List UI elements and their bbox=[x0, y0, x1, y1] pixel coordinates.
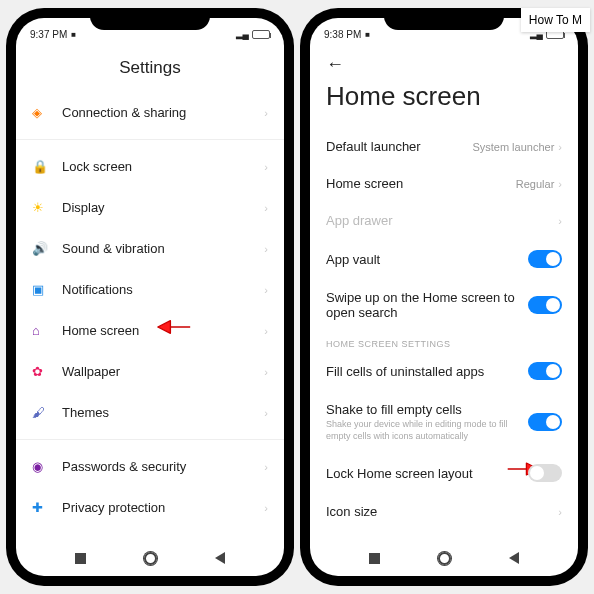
item-label: Lock screen bbox=[62, 159, 264, 174]
chevron-right-icon: › bbox=[264, 284, 268, 296]
item-label: Swipe up on the Home screen to open sear… bbox=[326, 290, 528, 320]
back-button[interactable]: ← bbox=[326, 54, 344, 74]
chevron-right-icon: › bbox=[264, 407, 268, 419]
item-value: System launcher bbox=[472, 141, 554, 153]
nav-back-button[interactable] bbox=[509, 552, 519, 564]
phone-right: 9:38 PM ■ ▂▄ ← Home screen Default launc… bbox=[300, 8, 588, 586]
item-value: Regular bbox=[516, 178, 555, 190]
item-label: Home screen bbox=[326, 176, 516, 191]
nav-recent-button[interactable] bbox=[369, 553, 380, 564]
screen-settings: 9:37 PM ■ ▂▄ Settings ◈Connection & shar… bbox=[16, 18, 284, 576]
settings-item[interactable]: Swipe up on the Home screen to open sear… bbox=[310, 279, 578, 331]
toggle-switch[interactable] bbox=[528, 362, 562, 380]
item-icon: 🔒 bbox=[32, 159, 62, 174]
item-icon: ⌂ bbox=[32, 323, 62, 338]
screen-home: 9:38 PM ■ ▂▄ ← Home screen Default launc… bbox=[310, 18, 578, 576]
settings-list: ◈Connection & sharing›🔒Lock screen›☀Disp… bbox=[16, 92, 284, 540]
navbar bbox=[16, 540, 284, 576]
settings-item[interactable]: App vault bbox=[310, 239, 578, 279]
item-label: App vault bbox=[326, 252, 528, 267]
item-label: Display bbox=[62, 200, 264, 215]
item-icon: ✿ bbox=[32, 364, 62, 379]
item-icon: ✚ bbox=[32, 500, 62, 515]
chevron-right-icon: › bbox=[558, 506, 562, 518]
nav-back-button[interactable] bbox=[215, 552, 225, 564]
item-label: Lock Home screen layout bbox=[326, 466, 528, 481]
item-label: Notifications bbox=[62, 282, 264, 297]
notch bbox=[90, 8, 210, 30]
item-icon: ☀ bbox=[32, 200, 62, 215]
settings-item[interactable]: Default launcherSystem launcher› bbox=[310, 128, 578, 165]
chevron-right-icon: › bbox=[558, 178, 562, 190]
settings-item[interactable]: ✚Privacy protection› bbox=[16, 487, 284, 528]
settings-item[interactable]: Lock Home screen layout bbox=[310, 453, 578, 493]
settings-item[interactable]: 🔒Lock screen› bbox=[16, 146, 284, 187]
divider bbox=[16, 139, 284, 140]
navbar bbox=[310, 540, 578, 576]
section-header: HOME SCREEN SETTINGS bbox=[310, 331, 578, 351]
settings-item[interactable]: ✿Wallpaper› bbox=[16, 351, 284, 392]
chevron-right-icon: › bbox=[264, 161, 268, 173]
toggle-switch[interactable] bbox=[528, 250, 562, 268]
settings-item[interactable]: Home screenRegular› bbox=[310, 165, 578, 202]
signal-icon: ▂▄ bbox=[236, 29, 249, 39]
header: ← bbox=[310, 50, 578, 75]
item-label: Default launcher bbox=[326, 139, 472, 154]
settings-item[interactable]: Shake to fill empty cellsShake your devi… bbox=[310, 391, 578, 453]
settings-item[interactable]: 🖌Themes› bbox=[16, 392, 284, 433]
item-label: Passwords & security bbox=[62, 459, 264, 474]
chevron-right-icon: › bbox=[264, 502, 268, 514]
settings-item[interactable]: Fill cells of uninstalled apps bbox=[310, 351, 578, 391]
settings-item[interactable]: ▣Notifications› bbox=[16, 269, 284, 310]
item-label: Fill cells of uninstalled apps bbox=[326, 364, 528, 379]
item-label: Sound & vibration bbox=[62, 241, 264, 256]
page-title: Home screen bbox=[310, 75, 578, 128]
chevron-right-icon: › bbox=[264, 107, 268, 119]
nav-home-button[interactable] bbox=[144, 552, 157, 565]
chevron-right-icon: › bbox=[264, 202, 268, 214]
chevron-right-icon: › bbox=[558, 141, 562, 153]
chevron-right-icon: › bbox=[264, 461, 268, 473]
settings-item[interactable]: ⌂Home screen› bbox=[16, 310, 284, 351]
settings-item[interactable]: 🔊Sound & vibration› bbox=[16, 228, 284, 269]
chevron-right-icon: › bbox=[264, 366, 268, 378]
item-subtext: Shake your device while in editing mode … bbox=[326, 419, 528, 442]
notch bbox=[384, 8, 504, 30]
battery-icon bbox=[252, 30, 270, 39]
toggle-switch[interactable] bbox=[528, 464, 562, 482]
status-time: 9:37 PM bbox=[30, 29, 67, 40]
item-label: Themes bbox=[62, 405, 264, 420]
divider bbox=[16, 439, 284, 440]
item-icon: 🖌 bbox=[32, 405, 62, 420]
settings-item[interactable]: ☀Display› bbox=[16, 187, 284, 228]
item-label: Icon size bbox=[326, 504, 558, 519]
settings-item[interactable]: ◈Connection & sharing› bbox=[16, 92, 284, 133]
camera-icon: ■ bbox=[71, 30, 76, 39]
item-icon: ◉ bbox=[32, 459, 62, 474]
page-title: Settings bbox=[16, 50, 284, 92]
chevron-right-icon: › bbox=[264, 325, 268, 337]
chevron-right-icon: › bbox=[264, 243, 268, 255]
item-label: Connection & sharing bbox=[62, 105, 264, 120]
status-time: 9:38 PM bbox=[324, 29, 361, 40]
toggle-switch[interactable] bbox=[528, 296, 562, 314]
item-icon: ◈ bbox=[32, 105, 62, 120]
home-screen-list: Default launcherSystem launcher›Home scr… bbox=[310, 128, 578, 540]
toggle-switch[interactable] bbox=[528, 413, 562, 431]
item-label: Wallpaper bbox=[62, 364, 264, 379]
settings-item[interactable]: Icon size› bbox=[310, 493, 578, 530]
nav-recent-button[interactable] bbox=[75, 553, 86, 564]
settings-item[interactable]: ◉Passwords & security› bbox=[16, 446, 284, 487]
phone-left: 9:37 PM ■ ▂▄ Settings ◈Connection & shar… bbox=[6, 8, 294, 586]
item-icon: ▣ bbox=[32, 282, 62, 297]
item-label: Home screen bbox=[62, 323, 264, 338]
settings-item: App drawer› bbox=[310, 202, 578, 239]
item-label: Shake to fill empty cells bbox=[326, 402, 528, 417]
nav-home-button[interactable] bbox=[438, 552, 451, 565]
item-label: Privacy protection bbox=[62, 500, 264, 515]
chevron-right-icon: › bbox=[558, 215, 562, 227]
item-label: App drawer bbox=[326, 213, 558, 228]
howto-overlay: How To M bbox=[521, 8, 590, 32]
camera-icon: ■ bbox=[365, 30, 370, 39]
item-icon: 🔊 bbox=[32, 241, 62, 256]
